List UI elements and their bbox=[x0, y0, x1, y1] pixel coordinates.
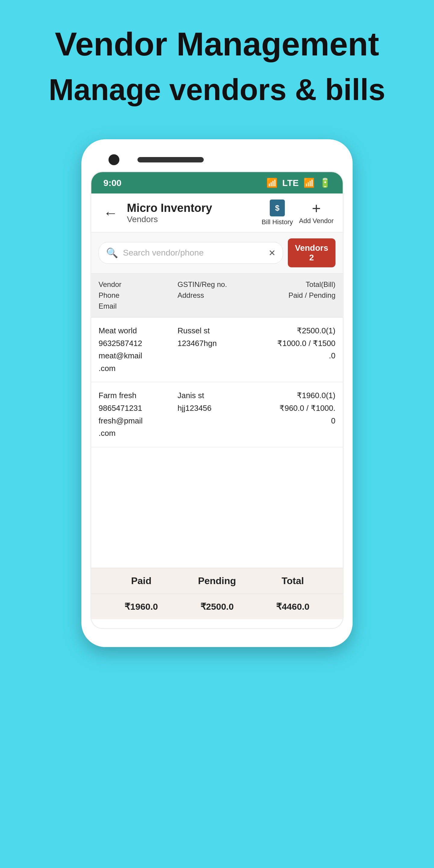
header-actions: Bill History + Add Vendor bbox=[261, 199, 334, 226]
vendor-col-3: ₹2500.0(1) ₹1000.0 / ₹1500.0 bbox=[256, 324, 336, 375]
footer-summary: Paid Pending Total ₹1960.0 ₹2500.0 ₹4460… bbox=[91, 568, 343, 619]
main-subheading: Manage vendors & bills bbox=[12, 70, 422, 109]
app-header: ← Micro Inventory Vendors Bill History +… bbox=[91, 193, 343, 232]
vendor-gstin: Janis st bbox=[178, 390, 256, 402]
footer-header: Paid Pending Total bbox=[91, 568, 343, 594]
phone-frame: 9:00 📶 LTE 📶 🔋 ← Micro Inventory Vendors… bbox=[82, 139, 352, 647]
footer-total-value: ₹4460.0 bbox=[255, 601, 331, 612]
status-time: 9:00 bbox=[103, 178, 121, 188]
lte-label: LTE bbox=[282, 178, 299, 188]
vendor-email: fresh@pmail.com bbox=[98, 415, 178, 440]
bill-history-label: Bill History bbox=[261, 218, 293, 226]
bill-history-button[interactable]: Bill History bbox=[261, 199, 293, 226]
col-header-vendor: Vendor Phone Email bbox=[98, 279, 178, 312]
signal-icon: 📶 bbox=[304, 178, 315, 188]
phone-screen: 9:00 📶 LTE 📶 🔋 ← Micro Inventory Vendors… bbox=[90, 171, 344, 629]
add-vendor-label: Add Vendor bbox=[299, 217, 334, 225]
footer-pending-value: ₹2500.0 bbox=[179, 601, 255, 612]
table-row[interactable]: Farm fresh 9865471231 fresh@pmail.com Ja… bbox=[91, 382, 343, 447]
footer-total-label: Total bbox=[255, 575, 331, 587]
wifi-icon: 📶 bbox=[267, 178, 278, 188]
vendor-phone: 9865471231 bbox=[98, 402, 178, 415]
camera-dot bbox=[108, 154, 119, 165]
col-header-total: Total(Bill) Paid / Pending bbox=[256, 279, 336, 312]
vendor-gstin: Russel st bbox=[178, 324, 256, 337]
search-icon: 🔍 bbox=[106, 247, 118, 258]
plus-icon: + bbox=[312, 201, 321, 216]
vendor-col-3: ₹1960.0(1) ₹960.0 / ₹1000.0 bbox=[256, 390, 336, 439]
header-title-area: Micro Inventory Vendors bbox=[127, 202, 255, 224]
table-row[interactable]: Meat world 9632587412 meat@kmail.com Rus… bbox=[91, 317, 343, 382]
footer-pending-label: Pending bbox=[179, 575, 255, 587]
vendor-col-2: Janis st hjj123456 bbox=[178, 390, 256, 439]
footer-paid-label: Paid bbox=[103, 575, 179, 587]
vendors-badge[interactable]: Vendors 2 bbox=[288, 239, 336, 267]
footer-values: ₹1960.0 ₹2500.0 ₹4460.0 bbox=[91, 594, 343, 619]
vendor-email: meat@kmail.com bbox=[98, 350, 178, 375]
table-header: Vendor Phone Email GSTIN/Reg no. Address… bbox=[91, 274, 343, 317]
phone-bottom-space bbox=[91, 619, 343, 628]
vendor-list: Meat world 9632587412 meat@kmail.com Rus… bbox=[91, 317, 343, 447]
vendor-col-2: Russel st 123467hgn bbox=[178, 324, 256, 375]
vendor-address: hjj123456 bbox=[178, 402, 256, 415]
add-vendor-button[interactable]: + Add Vendor bbox=[299, 201, 334, 225]
status-icons: 📶 LTE 📶 🔋 bbox=[267, 178, 331, 188]
vendor-col-1: Meat world 9632587412 meat@kmail.com bbox=[98, 324, 178, 375]
footer-paid-value: ₹1960.0 bbox=[103, 601, 179, 612]
vendor-name: Meat world bbox=[98, 324, 178, 337]
vendor-total: ₹1960.0(1) bbox=[256, 390, 336, 402]
clear-icon[interactable]: ✕ bbox=[269, 248, 276, 258]
search-container: 🔍 Search vendor/phone ✕ Vendors 2 bbox=[91, 232, 343, 274]
screen-name: Vendors bbox=[127, 215, 255, 224]
vendor-name: Farm fresh bbox=[98, 390, 178, 402]
vendor-total: ₹2500.0(1) bbox=[256, 324, 336, 337]
vendor-paid-pending: ₹960.0 / ₹1000.0 bbox=[256, 402, 336, 427]
app-name: Micro Inventory bbox=[127, 202, 255, 215]
vendors-badge-label: Vendors bbox=[295, 243, 328, 253]
bill-icon bbox=[270, 199, 285, 216]
battery-icon: 🔋 bbox=[319, 178, 331, 188]
back-button[interactable]: ← bbox=[100, 205, 121, 221]
vendor-address: 123467hgn bbox=[178, 337, 256, 350]
page-title-area: Vendor Management Manage vendors & bills bbox=[0, 0, 434, 127]
search-box[interactable]: 🔍 Search vendor/phone ✕ bbox=[98, 242, 283, 264]
main-heading: Vendor Management bbox=[12, 24, 422, 64]
vendor-col-1: Farm fresh 9865471231 fresh@pmail.com bbox=[98, 390, 178, 439]
vendors-badge-count: 2 bbox=[309, 253, 314, 262]
search-input[interactable]: Search vendor/phone bbox=[123, 248, 264, 258]
vendor-paid-pending: ₹1000.0 / ₹1500.0 bbox=[256, 337, 336, 362]
status-bar: 9:00 📶 LTE 📶 🔋 bbox=[91, 172, 343, 193]
vendor-phone: 9632587412 bbox=[98, 337, 178, 350]
speaker-bar bbox=[137, 157, 204, 162]
phone-camera-area bbox=[90, 154, 344, 165]
col-header-gstin: GSTIN/Reg no. Address bbox=[178, 279, 256, 312]
empty-space bbox=[91, 447, 343, 568]
